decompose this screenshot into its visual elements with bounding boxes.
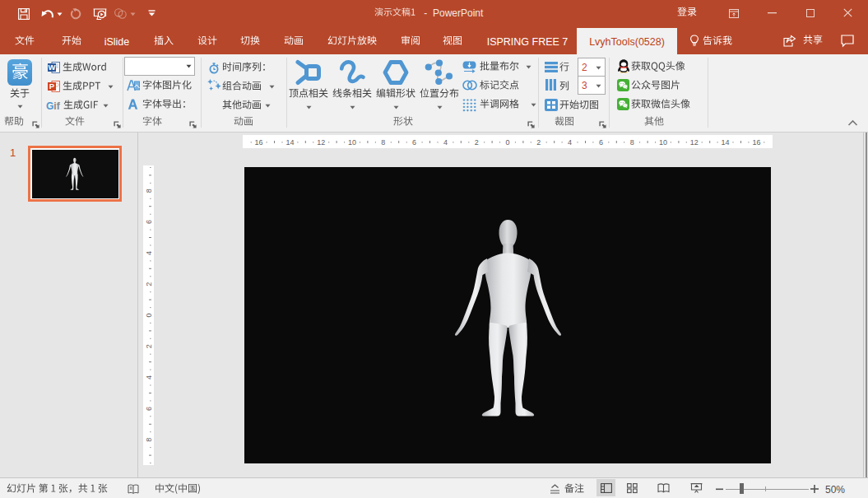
svg-text:2: 2	[536, 138, 541, 147]
svg-text:6: 6	[412, 138, 416, 147]
svg-text:12: 12	[690, 138, 699, 147]
svg-text:14: 14	[285, 138, 294, 147]
svg-text:10: 10	[659, 138, 667, 147]
svg-text:2: 2	[475, 138, 479, 147]
svg-text:12: 12	[317, 138, 325, 147]
svg-text:4: 4	[145, 375, 153, 379]
svg-text:10: 10	[348, 138, 356, 147]
svg-text:6: 6	[145, 407, 153, 411]
svg-text:6: 6	[599, 138, 603, 147]
svg-text:4: 4	[443, 138, 448, 147]
svg-text:0: 0	[145, 313, 153, 317]
svg-text:16: 16	[255, 138, 263, 147]
svg-text:16: 16	[752, 138, 760, 147]
svg-text:8: 8	[630, 138, 634, 147]
svg-text:6: 6	[145, 220, 153, 224]
svg-text:0: 0	[505, 138, 509, 147]
svg-text:2: 2	[145, 344, 153, 348]
svg-text:8: 8	[145, 438, 153, 442]
svg-text:14: 14	[722, 138, 730, 147]
svg-text:8: 8	[145, 188, 153, 193]
svg-text:P: P	[49, 81, 55, 91]
svg-text:2: 2	[145, 282, 153, 286]
svg-text:4: 4	[145, 251, 153, 255]
svg-text:W: W	[49, 63, 56, 72]
svg-text:4: 4	[568, 138, 572, 147]
svg-text:8: 8	[381, 138, 385, 147]
